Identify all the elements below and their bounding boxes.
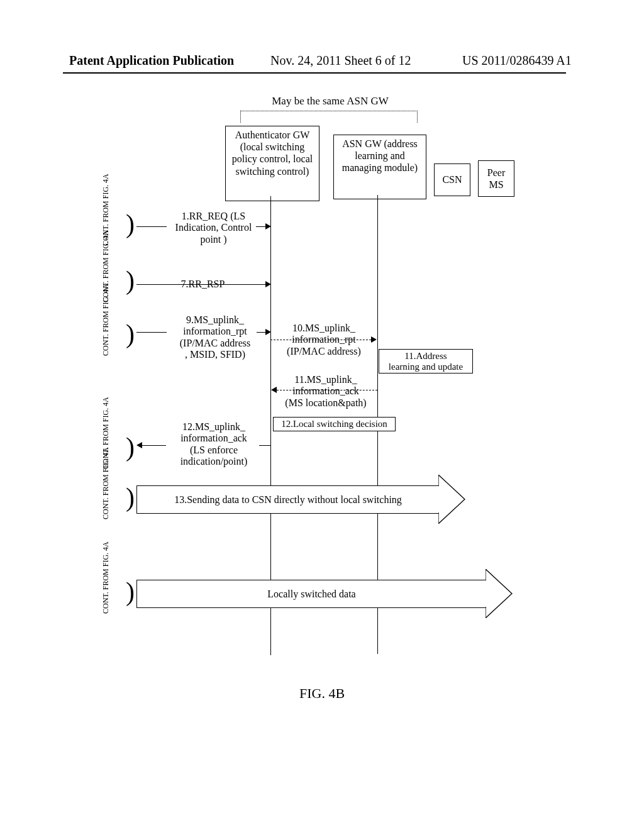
arrow-9-head <box>265 329 271 335</box>
entity-peer-ms: Peer MS <box>478 160 514 197</box>
arrow-1a <box>136 226 167 227</box>
sequence-diagram: May be the same ASN GW Authenticator GW … <box>63 101 566 729</box>
msg-1: 1.RR_REQ (LS Indication, Control point ) <box>171 211 256 245</box>
header-right: US 2011/0286439 A1 <box>462 53 572 68</box>
msg-11b: 11.MS_uplink_ information_ack (MS locati… <box>279 374 373 409</box>
arrow-11b <box>277 390 377 390</box>
big-arrow-13-tip <box>438 475 467 524</box>
brace-last: ) <box>126 577 135 607</box>
arrow-9a <box>136 332 167 333</box>
brace-7: ) <box>126 265 135 296</box>
entity-csn: CSN <box>434 163 470 196</box>
box-12-decision: 12.Local switching decision <box>273 417 396 431</box>
arrow-7-head <box>265 281 271 287</box>
arrow-11b-head <box>271 387 277 393</box>
cont-label-last: CONT. FROM FIG. 4A <box>102 570 109 614</box>
cont-label-9: CONT. FROM FIG. 4A <box>102 312 109 356</box>
big-arrow-last-tip <box>486 569 514 618</box>
msg-9: 9.MS_uplink_ information_rpt (IP/MAC add… <box>171 314 259 361</box>
entity-authenticator: Authenticator GW (local switching policy… <box>225 126 319 201</box>
msg-12: 12.MS_uplink_ information_ack (LS enforc… <box>167 421 261 468</box>
arrow-12a <box>142 445 166 446</box>
box-11a: 11.Address learning and update <box>379 349 473 374</box>
header-divider <box>63 72 566 74</box>
brace-1: ) <box>126 209 135 239</box>
arrow-1-head <box>265 223 271 230</box>
brace-9: ) <box>126 319 135 349</box>
header-left: Patent Application Publication <box>69 53 234 68</box>
arrow-10 <box>270 340 371 340</box>
brace-12: ) <box>126 432 135 462</box>
bracket-top <box>240 111 418 123</box>
header-mid: Nov. 24, 2011 Sheet 6 of 12 <box>270 53 411 68</box>
big-arrow-last-body: Locally switched data <box>136 580 486 608</box>
arrow-12b <box>259 445 270 446</box>
entity-asn-gw: ASN GW (address learning and managing mo… <box>333 135 426 199</box>
big-arrow-13-body: 13.Sending data to CSN directly without … <box>136 485 439 514</box>
arrow-7 <box>136 284 265 285</box>
bracket-top-label: May be the same ASN GW <box>270 95 390 108</box>
arrow-1b <box>256 226 265 227</box>
brace-13: ) <box>126 482 135 512</box>
arrow-12-head <box>136 442 142 448</box>
cont-label-13: CONT. FROM FIG. 4A <box>102 475 109 519</box>
arrow-10-head <box>371 336 377 343</box>
figure-label: FIG. 4B <box>0 685 644 702</box>
arrow-9b <box>257 332 266 333</box>
